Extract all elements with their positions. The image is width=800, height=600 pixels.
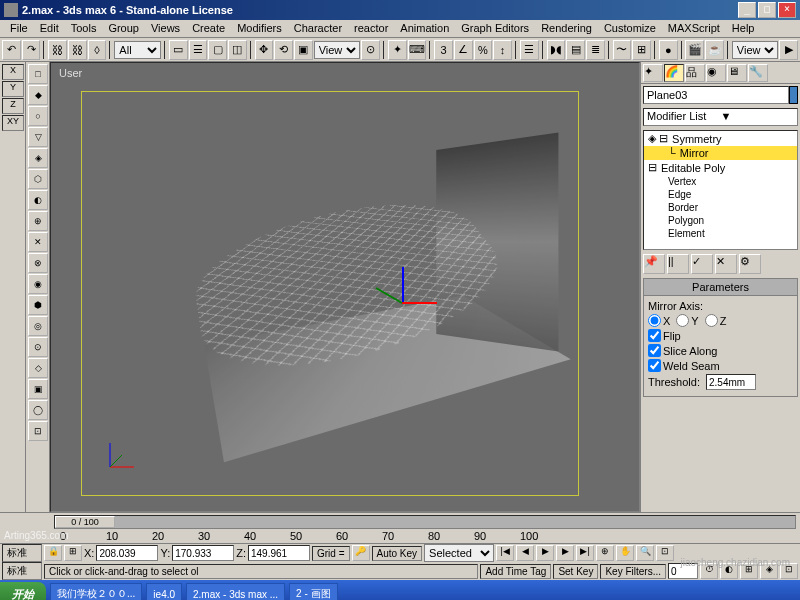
reactor-btn-11[interactable]: ◉ bbox=[28, 274, 48, 294]
nav-1[interactable]: ⊕ bbox=[596, 545, 614, 561]
menu-grapheditors[interactable]: Graph Editors bbox=[455, 20, 535, 37]
view-select[interactable]: View bbox=[732, 41, 779, 59]
transform-gizmo[interactable] bbox=[362, 262, 442, 342]
add-time-tag[interactable]: Add Time Tag bbox=[480, 564, 551, 579]
goto-start-button[interactable]: |◀ bbox=[496, 545, 514, 561]
reactor-btn-13[interactable]: ◎ bbox=[28, 316, 48, 336]
time-ruler[interactable]: 0 10 20 30 40 50 60 70 80 90 100 bbox=[0, 530, 800, 544]
reactor-btn-8[interactable]: ⊕ bbox=[28, 211, 48, 231]
restrict-x[interactable]: X bbox=[2, 64, 24, 80]
move-button[interactable]: ✥ bbox=[255, 40, 274, 60]
reactor-btn-4[interactable]: ▽ bbox=[28, 127, 48, 147]
menu-create[interactable]: Create bbox=[186, 20, 231, 37]
coord-z-input[interactable] bbox=[248, 545, 310, 561]
sel-lock-2[interactable]: 标准 bbox=[2, 562, 42, 580]
link-button[interactable]: ⛓ bbox=[48, 40, 67, 60]
keyfilters-button[interactable]: Key Filters... bbox=[600, 564, 666, 579]
unlink-button[interactable]: ⛓ bbox=[68, 40, 87, 60]
redo-button[interactable]: ↷ bbox=[22, 40, 41, 60]
snap-button[interactable]: 3 bbox=[434, 40, 453, 60]
quick-render-button[interactable]: ☕ bbox=[705, 40, 724, 60]
menu-customize[interactable]: Customize bbox=[598, 20, 662, 37]
close-button[interactable]: × bbox=[778, 2, 796, 18]
task-item-1[interactable]: 我们学校２００... bbox=[50, 583, 142, 600]
sel-lock-1[interactable]: 标准 bbox=[2, 544, 42, 562]
task-item-2[interactable]: ie4.0 bbox=[146, 583, 182, 600]
angle-snap-button[interactable]: ∠ bbox=[454, 40, 473, 60]
pin-stack-button[interactable]: 📌 bbox=[643, 254, 665, 274]
undo-button[interactable]: ↶ bbox=[2, 40, 21, 60]
flip-checkbox[interactable]: Flip bbox=[648, 329, 681, 342]
threshold-spinner[interactable] bbox=[706, 374, 756, 390]
reactor-btn-3[interactable]: ○ bbox=[28, 106, 48, 126]
pivot-button[interactable]: ⊙ bbox=[361, 40, 380, 60]
reactor-btn-17[interactable]: ◯ bbox=[28, 400, 48, 420]
select-name-button[interactable]: ☰ bbox=[189, 40, 208, 60]
menu-maxscript[interactable]: MAXScript bbox=[662, 20, 726, 37]
parameters-header[interactable]: Parameters bbox=[644, 279, 797, 296]
schematic-button[interactable]: ⊞ bbox=[632, 40, 651, 60]
stack-vertex[interactable]: Vertex bbox=[644, 175, 797, 188]
play-button[interactable]: ▶ bbox=[536, 545, 554, 561]
reactor-btn-12[interactable]: ⬢ bbox=[28, 295, 48, 315]
reactor-btn-16[interactable]: ▣ bbox=[28, 379, 48, 399]
menu-rendering[interactable]: Rendering bbox=[535, 20, 598, 37]
stack-polygon[interactable]: Polygon bbox=[644, 214, 797, 227]
render-scene-button[interactable]: 🎬 bbox=[685, 40, 704, 60]
gizmo-z-axis[interactable] bbox=[376, 287, 403, 304]
menu-file[interactable]: File bbox=[4, 20, 34, 37]
nav-4[interactable]: ⊡ bbox=[656, 545, 674, 561]
scale-button[interactable]: ▣ bbox=[294, 40, 313, 60]
menu-tools[interactable]: Tools bbox=[65, 20, 103, 37]
weld-checkbox[interactable]: Weld Seam bbox=[648, 359, 720, 372]
task-item-3[interactable]: 2.max - 3ds max ... bbox=[186, 583, 285, 600]
menu-views[interactable]: Views bbox=[145, 20, 186, 37]
percent-snap-button[interactable]: % bbox=[474, 40, 493, 60]
remove-modifier-button[interactable]: ✕ bbox=[715, 254, 737, 274]
modifier-list-dropdown[interactable]: Modifier List▼ bbox=[643, 108, 798, 126]
maximize-button[interactable]: □ bbox=[758, 2, 776, 18]
nav-2[interactable]: ✋ bbox=[616, 545, 634, 561]
goto-end-button[interactable]: ▶| bbox=[576, 545, 594, 561]
ref-coord-system[interactable]: View bbox=[314, 41, 361, 59]
configure-button[interactable]: ⚙ bbox=[739, 254, 761, 274]
modifier-stack[interactable]: ◈ ⊟Symmetry └Mirror ⊟Editable Poly Verte… bbox=[643, 130, 798, 250]
reactor-btn-14[interactable]: ⊙ bbox=[28, 337, 48, 357]
menu-help[interactable]: Help bbox=[726, 20, 761, 37]
setkey-button[interactable]: Set Key bbox=[553, 564, 598, 579]
menu-character[interactable]: Character bbox=[288, 20, 348, 37]
stack-element[interactable]: Element bbox=[644, 227, 797, 240]
prev-frame-button[interactable]: ◀ bbox=[516, 545, 534, 561]
axis-y-radio[interactable]: Y bbox=[676, 314, 698, 327]
make-unique-button[interactable]: ✓ bbox=[691, 254, 713, 274]
curve-editor-button[interactable]: 〜 bbox=[613, 40, 632, 60]
menu-edit[interactable]: Edit bbox=[34, 20, 65, 37]
select-region-button[interactable]: ▢ bbox=[208, 40, 227, 60]
spinner-snap-button[interactable]: ↕ bbox=[493, 40, 512, 60]
mirror-button[interactable]: ◗◖ bbox=[547, 40, 566, 60]
stack-editable-poly[interactable]: ⊟Editable Poly bbox=[644, 160, 797, 175]
viewport[interactable]: User bbox=[50, 62, 640, 512]
stack-symmetry[interactable]: ◈ ⊟Symmetry bbox=[644, 131, 797, 146]
align-button[interactable]: ▤ bbox=[566, 40, 585, 60]
menu-group[interactable]: Group bbox=[102, 20, 145, 37]
utilities-tab[interactable]: 🔧 bbox=[748, 64, 768, 82]
rotate-button[interactable]: ⟲ bbox=[274, 40, 293, 60]
start-button[interactable]: 开始 bbox=[0, 582, 46, 600]
slice-checkbox[interactable]: Slice Along bbox=[648, 344, 717, 357]
display-tab[interactable]: 🖥 bbox=[727, 64, 747, 82]
reactor-btn-5[interactable]: ◈ bbox=[28, 148, 48, 168]
object-color-swatch[interactable] bbox=[789, 86, 798, 104]
stack-mirror[interactable]: └Mirror bbox=[644, 146, 797, 160]
modify-tab[interactable]: 🌈 bbox=[664, 64, 684, 82]
axis-x-radio[interactable]: X bbox=[648, 314, 670, 327]
reactor-btn-1[interactable]: □ bbox=[28, 64, 48, 84]
axis-z-radio[interactable]: Z bbox=[705, 314, 727, 327]
coord-y-input[interactable] bbox=[172, 545, 234, 561]
gizmo-x-axis[interactable] bbox=[402, 302, 437, 304]
reactor-btn-7[interactable]: ◐ bbox=[28, 190, 48, 210]
hierarchy-tab[interactable]: 品 bbox=[685, 64, 705, 82]
render-button[interactable]: ▶ bbox=[779, 40, 798, 60]
material-button[interactable]: ● bbox=[659, 40, 678, 60]
key-mode-select[interactable]: Selected bbox=[424, 544, 494, 562]
